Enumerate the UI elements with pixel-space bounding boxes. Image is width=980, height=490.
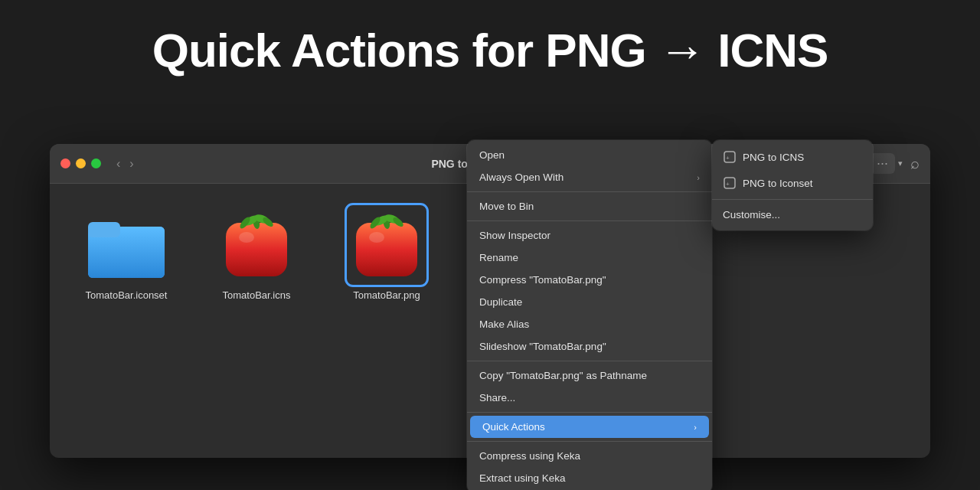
menu-item-compress[interactable]: Compress "TomatoBar.png" — [467, 269, 712, 291]
minimize-button[interactable] — [76, 158, 86, 168]
menu-item-slideshow[interactable]: Slideshow "TomatoBar.png" — [467, 335, 712, 358]
traffic-lights — [60, 158, 101, 168]
svg-text:+: + — [726, 155, 730, 162]
menu-item-show-inspector[interactable]: Show Inspector — [467, 224, 712, 247]
context-menu: Open Always Open With › Move to Bin Show… — [467, 140, 712, 490]
folder-icon — [88, 207, 165, 283]
chevron-down-icon-2: ▾ — [898, 158, 903, 168]
menu-item-share[interactable]: Share... — [467, 387, 712, 409]
search-icon[interactable]: ⌕ — [910, 155, 920, 172]
tomato-icon-icns — [218, 207, 295, 283]
file-label-iconset: TomatoBar.iconset — [86, 289, 168, 301]
menu-divider-2 — [467, 220, 712, 221]
menu-item-extract-keka[interactable]: Extract using Keka — [467, 467, 712, 489]
file-label-png: TomatoBar.png — [353, 289, 420, 301]
file-item-png[interactable]: TomatoBar.png — [341, 207, 433, 301]
submenu-item-png-to-icns[interactable]: + PNG to ICNS — [712, 144, 873, 170]
svg-point-16 — [369, 232, 384, 243]
svg-rect-3 — [226, 223, 287, 276]
png-to-iconset-icon: + — [723, 176, 737, 190]
close-button[interactable] — [60, 158, 70, 168]
menu-divider-5 — [467, 441, 712, 442]
menu-item-quick-actions[interactable]: Quick Actions › — [470, 416, 709, 438]
svg-rect-2 — [88, 222, 120, 237]
file-item-iconset: TomatoBar.iconset — [80, 207, 172, 301]
quick-actions-submenu: + PNG to ICNS + PNG to Iconset Customise… — [712, 140, 873, 230]
menu-item-open[interactable]: Open — [467, 144, 712, 166]
menu-item-copy-pathname[interactable]: Copy "TomatoBar.png" as Pathname — [467, 364, 712, 387]
menu-item-move-to-bin[interactable]: Move to Bin — [467, 195, 712, 217]
submenu-item-png-to-iconset[interactable]: + PNG to Iconset — [712, 170, 873, 196]
svg-rect-10 — [356, 223, 417, 276]
png-to-icns-icon: + — [723, 150, 737, 164]
file-item-icns: TomatoBar.icns — [211, 207, 302, 301]
menu-item-always-open-with[interactable]: Always Open With › — [467, 166, 712, 188]
menu-divider-3 — [467, 361, 712, 361]
menu-item-duplicate[interactable]: Duplicate — [467, 291, 712, 313]
svg-text:+: + — [726, 181, 730, 188]
menu-item-rename[interactable]: Rename — [467, 247, 712, 269]
menu-divider-1 — [467, 191, 712, 192]
file-label-icns: TomatoBar.icns — [223, 289, 291, 301]
page-title: Quick Actions for PNG → ICNS — [0, 0, 980, 77]
menu-item-compress-keka[interactable]: Compress using Keka — [467, 445, 712, 467]
more-options-button[interactable]: ··· — [870, 153, 895, 174]
menu-divider-4 — [467, 412, 712, 413]
submenu-item-customise[interactable]: Customise... — [712, 203, 873, 227]
menu-item-make-alias[interactable]: Make Alias — [467, 313, 712, 335]
svg-point-9 — [239, 232, 254, 243]
chevron-icon-quick: › — [694, 423, 697, 432]
submenu-divider — [712, 199, 873, 200]
chevron-icon: › — [697, 173, 700, 182]
tomato-icon-png — [348, 207, 425, 283]
